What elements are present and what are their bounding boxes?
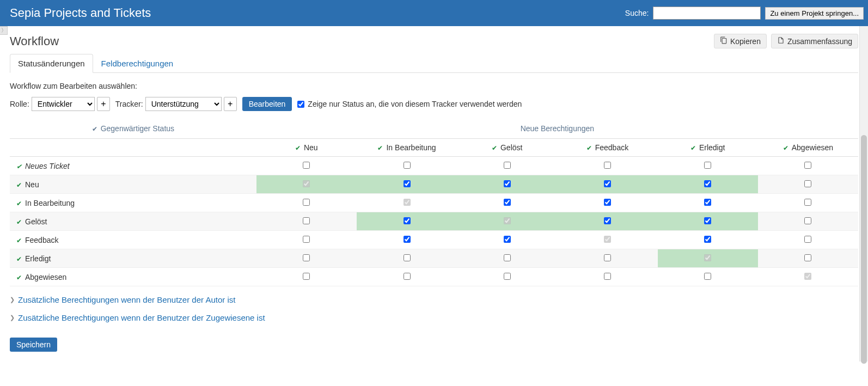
- transition-checkbox[interactable]: [804, 254, 811, 261]
- transition-cell: [557, 249, 657, 268]
- transition-cell: [658, 157, 758, 175]
- sidebar-collapse-icon[interactable]: 〉: [0, 26, 8, 35]
- empty-corner: [10, 139, 256, 157]
- check-icon: ✔: [16, 218, 22, 226]
- expand-assignee-permissions[interactable]: ❯ Zusätzliche Berechtigungen wenn der Be…: [10, 313, 858, 322]
- transition-checkbox[interactable]: [804, 180, 811, 187]
- transition-cell: [357, 175, 457, 194]
- transition-checkbox[interactable]: [804, 162, 811, 169]
- transition-checkbox[interactable]: [504, 162, 511, 169]
- add-tracker-button[interactable]: +: [224, 97, 237, 111]
- scrollbar-thumb[interactable]: [861, 135, 867, 364]
- transition-cell: [256, 249, 357, 268]
- transition-cell: [357, 268, 457, 286]
- transition-checkbox[interactable]: [704, 162, 711, 169]
- transition-checkbox[interactable]: [504, 236, 511, 243]
- transition-checkbox[interactable]: [504, 180, 511, 187]
- check-icon: ✔: [586, 144, 592, 152]
- table-row: ✔Erledigt: [10, 249, 858, 268]
- app-title: Sepia Projects and Tickets: [10, 6, 151, 20]
- content: Workflow Kopieren Zusammenfassung Status…: [0, 26, 868, 368]
- only-used-checkbox[interactable]: [297, 101, 304, 108]
- jump-to-project-button[interactable]: Zu einem Projekt springen...: [765, 7, 864, 20]
- column-header[interactable]: ✔Erledigt: [658, 139, 758, 157]
- pick-prompt: Workflow zum Bearbeiten auswählen:: [10, 82, 858, 90]
- transition-checkbox[interactable]: [604, 273, 611, 280]
- transition-checkbox[interactable]: [404, 236, 411, 243]
- search-input[interactable]: [653, 7, 761, 20]
- copy-button[interactable]: Kopieren: [714, 34, 767, 48]
- transition-checkbox[interactable]: [604, 254, 611, 261]
- transition-checkbox[interactable]: [704, 199, 711, 206]
- expand-author-permissions[interactable]: ❯ Zusätzliche Berechtigungen wenn der Be…: [10, 295, 858, 304]
- summary-button[interactable]: Zusammenfassung: [771, 34, 858, 48]
- column-header[interactable]: ✔Abgewiesen: [758, 139, 858, 157]
- transition-checkbox[interactable]: [804, 217, 811, 224]
- transition-checkbox[interactable]: [404, 180, 411, 187]
- transition-checkbox[interactable]: [604, 199, 611, 206]
- row-label[interactable]: ✔Abgewiesen: [10, 268, 256, 286]
- only-used-statuses[interactable]: Zeige nur Status an, die von diesem Trac…: [297, 100, 522, 108]
- transition-checkbox[interactable]: [303, 236, 310, 243]
- check-icon: ✔: [16, 163, 22, 170]
- transition-cell: [256, 194, 357, 212]
- transition-checkbox: [404, 199, 411, 206]
- transition-cell: [758, 212, 858, 231]
- transition-checkbox[interactable]: [504, 273, 511, 280]
- edit-button[interactable]: Bearbeiten: [242, 97, 292, 111]
- row-label[interactable]: ✔Erledigt: [10, 249, 256, 268]
- workflow-grid: ✔Gegenwärtiger Status Neue Berechtigunge…: [10, 121, 858, 286]
- transition-checkbox[interactable]: [504, 254, 511, 261]
- row-label[interactable]: ✔Gelöst: [10, 212, 256, 231]
- top-bar-right: Suche: Zu einem Projekt springen...: [625, 7, 864, 20]
- transition-checkbox[interactable]: [704, 236, 711, 243]
- transition-checkbox[interactable]: [303, 199, 310, 206]
- vertical-scrollbar[interactable]: [859, 26, 868, 362]
- transition-cell: [758, 194, 858, 212]
- transition-checkbox[interactable]: [303, 217, 310, 224]
- column-header[interactable]: ✔Feedback: [557, 139, 657, 157]
- tab-field-permissions[interactable]: Feldberechtigungen: [93, 54, 182, 73]
- role-select[interactable]: Entwickler: [32, 97, 95, 111]
- row-label[interactable]: ✔Neu: [10, 175, 256, 194]
- transition-cell: [457, 157, 557, 175]
- transition-checkbox[interactable]: [404, 254, 411, 261]
- transition-cell: [357, 249, 457, 268]
- column-header[interactable]: ✔Neu: [256, 139, 357, 157]
- transition-checkbox[interactable]: [404, 162, 411, 169]
- transition-checkbox[interactable]: [704, 273, 711, 280]
- row-label[interactable]: ✔Neues Ticket: [10, 157, 256, 175]
- transition-checkbox[interactable]: [404, 217, 411, 224]
- transition-checkbox: [604, 236, 611, 243]
- check-icon: ✔: [16, 255, 22, 263]
- tabs: Statusänderungen Feldberechtigungen: [10, 54, 858, 73]
- add-role-button[interactable]: +: [97, 97, 110, 111]
- transition-cell: [557, 194, 657, 212]
- transition-checkbox[interactable]: [303, 273, 310, 280]
- transition-cell: [557, 268, 657, 286]
- transition-checkbox[interactable]: [504, 199, 511, 206]
- transition-checkbox[interactable]: [704, 180, 711, 187]
- column-header[interactable]: ✔In Bearbeitung: [357, 139, 457, 157]
- transition-checkbox[interactable]: [704, 217, 711, 224]
- transition-checkbox[interactable]: [804, 236, 811, 243]
- transition-cell: [758, 157, 858, 175]
- transition-cell: [256, 175, 357, 194]
- transition-checkbox: [303, 180, 310, 187]
- check-icon: ✔: [16, 200, 22, 207]
- check-icon: ✔: [16, 237, 22, 244]
- save-button[interactable]: Speichern: [10, 338, 57, 352]
- transition-cell: [457, 231, 557, 249]
- column-header[interactable]: ✔Gelöst: [457, 139, 557, 157]
- transition-checkbox[interactable]: [303, 254, 310, 261]
- transition-checkbox[interactable]: [604, 217, 611, 224]
- tracker-select[interactable]: Unterstützung: [145, 97, 222, 111]
- transition-checkbox[interactable]: [804, 199, 811, 206]
- row-label[interactable]: ✔Feedback: [10, 231, 256, 249]
- tab-status-transitions[interactable]: Statusänderungen: [10, 54, 93, 73]
- transition-checkbox[interactable]: [604, 180, 611, 187]
- transition-checkbox[interactable]: [303, 162, 310, 169]
- row-label[interactable]: ✔In Bearbeitung: [10, 194, 256, 212]
- transition-checkbox[interactable]: [404, 273, 411, 280]
- transition-checkbox[interactable]: [604, 162, 611, 169]
